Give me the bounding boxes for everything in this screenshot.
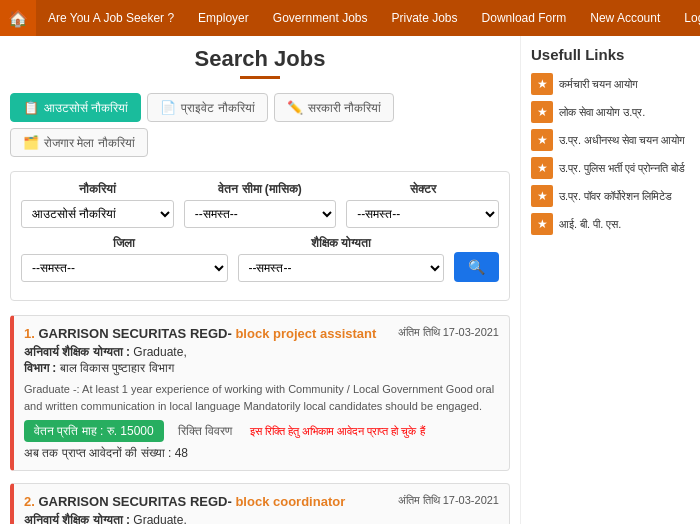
- fair-icon: 🗂️: [23, 135, 39, 150]
- sidebar-link-label-3: उ.प्र. पुलिस भर्ती एवं प्रोन्नति बोर्ड: [559, 161, 685, 175]
- sidebar-link-label-5: आई. बी. पी. एस.: [559, 217, 621, 231]
- job-2-title: 2. GARRISON SECURITAS REGD- block coordi…: [24, 494, 345, 509]
- tab-govt-label: सरकारी नौकरियां: [308, 101, 381, 115]
- job-1-role: block project assistant: [235, 326, 376, 341]
- salary-select[interactable]: --समस्त--: [184, 200, 337, 228]
- nav-download[interactable]: Download Form: [470, 0, 579, 36]
- sidebar-link-label-1: लोक सेवा आयोग उ.प्र.: [559, 105, 645, 119]
- tab-private[interactable]: 📄 प्राइवेट नौकरियां: [147, 93, 267, 122]
- sidebar: Usefull Links ★ कर्मचारी चयन आयोग ★ लोक …: [520, 36, 700, 524]
- star-icon-0: ★: [531, 73, 553, 95]
- tab-outsource-label: आउटसोर्स नौकरियां: [44, 101, 128, 115]
- form-row-2: जिला --समस्त-- शैक्षिक योग्यता --समस्त--…: [21, 236, 499, 282]
- job-1-applicants: अब तक प्राप्त आवेदनों की संख्या : 48: [24, 446, 499, 460]
- qualification-select[interactable]: --समस्त--: [238, 254, 445, 282]
- tab-outsource[interactable]: 📋 आउटसोर्स नौकरियां: [10, 93, 141, 122]
- job-1-qualification: अनिवार्य शैक्षिक योग्यता : Graduate,: [24, 345, 499, 359]
- jobs-label: नौकरियां: [21, 182, 174, 196]
- home-icon[interactable]: 🏠: [0, 0, 36, 36]
- form-col-district: जिला --समस्त--: [21, 236, 228, 282]
- nav-private-jobs[interactable]: Private Jobs: [380, 0, 470, 36]
- job-2-date: अंतिम तिथि 17-03-2021: [398, 494, 499, 509]
- qualification-label: शैक्षिक योग्यता: [238, 236, 445, 250]
- main-layout: Search Jobs 📋 आउटसोर्स नौकरियां 📄 प्राइव…: [0, 36, 700, 524]
- nav-employer[interactable]: Employer: [186, 0, 261, 36]
- job-list: 1. GARRISON SECURITAS REGD- block projec…: [10, 315, 510, 524]
- tab-private-label: प्राइवेट नौकरियां: [181, 101, 254, 115]
- page-title: Search Jobs: [10, 46, 510, 72]
- search-tabs: 📋 आउटसोर्स नौकरियां 📄 प्राइवेट नौकरियां …: [10, 93, 510, 157]
- sidebar-link-0[interactable]: ★ कर्मचारी चयन आयोग: [531, 73, 690, 95]
- jobs-select[interactable]: आउटसोर्स नौकरियां: [21, 200, 174, 228]
- form-col-qualification: शैक्षिक योग्यता --समस्त--: [238, 236, 445, 282]
- job-1-header: 1. GARRISON SECURITAS REGD- block projec…: [24, 326, 499, 341]
- title-underline: [240, 76, 280, 79]
- tab-fair[interactable]: 🗂️ रोजगार मेला नौकरियां: [10, 128, 148, 157]
- star-icon-1: ★: [531, 101, 553, 123]
- outsource-icon: 📋: [23, 100, 39, 115]
- job-card-2: 2. GARRISON SECURITAS REGD- block coordi…: [10, 483, 510, 524]
- nav-login[interactable]: Log In: [672, 0, 700, 36]
- form-col-sector: सेक्टर --समस्त--: [346, 182, 499, 228]
- nav-items: Are You A Job Seeker ? Employer Governme…: [36, 0, 700, 36]
- job-2-header: 2. GARRISON SECURITAS REGD- block coordi…: [24, 494, 499, 509]
- job-1-footer: वेतन प्रति माह : रु. 15000 रिक्ति विवरण …: [24, 420, 499, 442]
- sector-select[interactable]: --समस्त--: [346, 200, 499, 228]
- sidebar-link-1[interactable]: ★ लोक सेवा आयोग उ.प्र.: [531, 101, 690, 123]
- job-card-1: 1. GARRISON SECURITAS REGD- block projec…: [10, 315, 510, 471]
- job-1-salary: वेतन प्रति माह : रु. 15000: [24, 420, 164, 442]
- sidebar-link-label-4: उ.प्र. पॉवर कॉर्पोरेशन लिमिटेड: [559, 189, 672, 203]
- sidebar-link-3[interactable]: ★ उ.प्र. पुलिस भर्ती एवं प्रोन्नति बोर्ड: [531, 157, 690, 179]
- job-1-date: अंतिम तिथि 17-03-2021: [398, 326, 499, 341]
- nav-new-account[interactable]: New Account: [578, 0, 672, 36]
- sector-label: सेक्टर: [346, 182, 499, 196]
- district-select[interactable]: --समस्त--: [21, 254, 228, 282]
- form-col-jobs: नौकरियां आउटसोर्स नौकरियां: [21, 182, 174, 228]
- job-1-description: Graduate -: At least 1 year experience o…: [24, 381, 499, 414]
- job-2-role: block coordinator: [235, 494, 345, 509]
- nav-job-seeker[interactable]: Are You A Job Seeker ?: [36, 0, 186, 36]
- district-label: जिला: [21, 236, 228, 250]
- job-1-number: 1.: [24, 326, 35, 341]
- tab-govt[interactable]: ✏️ सरकारी नौकरियां: [274, 93, 394, 122]
- salary-label: वेतन सीमा (मासिक): [184, 182, 337, 196]
- sidebar-link-label-2: उ.प्र. अधीनस्थ सेवा चयन आयोग: [559, 133, 685, 147]
- content-area: Search Jobs 📋 आउटसोर्स नौकरियां 📄 प्राइव…: [0, 36, 520, 524]
- job-1-vacancy-link[interactable]: रिक्ति विवरण: [178, 424, 232, 438]
- form-col-salary: वेतन सीमा (मासिक) --समस्त--: [184, 182, 337, 228]
- star-icon-5: ★: [531, 213, 553, 235]
- sidebar-link-label-0: कर्मचारी चयन आयोग: [559, 77, 638, 91]
- star-icon-4: ★: [531, 185, 553, 207]
- job-2-number: 2.: [24, 494, 35, 509]
- sidebar-link-2[interactable]: ★ उ.प्र. अधीनस्थ सेवा चयन आयोग: [531, 129, 690, 151]
- job-2-qualification: अनिवार्य शैक्षिक योग्यता : Graduate,: [24, 513, 499, 524]
- job-1-company: GARRISON SECURITAS REGD-: [38, 326, 231, 341]
- star-icon-3: ★: [531, 157, 553, 179]
- sidebar-link-5[interactable]: ★ आई. बी. पी. एस.: [531, 213, 690, 235]
- nav-bar: 🏠 Are You A Job Seeker ? Employer Govern…: [0, 0, 700, 36]
- form-row-1: नौकरियां आउटसोर्स नौकरियां वेतन सीमा (मा…: [21, 182, 499, 228]
- job-1-dept: विभाग : बाल विकास पुष्टाहार विभाग: [24, 361, 499, 375]
- search-button[interactable]: 🔍: [454, 252, 499, 282]
- job-1-apply-link[interactable]: इस रिक्ति हेतु अभिकाम आवेदन प्राप्त हो च…: [250, 425, 424, 438]
- nav-govt-jobs[interactable]: Government Jobs: [261, 0, 380, 36]
- sidebar-title: Usefull Links: [531, 46, 690, 63]
- tab-fair-label: रोजगार मेला नौकरियां: [44, 136, 135, 150]
- search-form: नौकरियां आउटसोर्स नौकरियां वेतन सीमा (मा…: [10, 171, 510, 301]
- sidebar-link-4[interactable]: ★ उ.प्र. पॉवर कॉर्पोरेशन लिमिटेड: [531, 185, 690, 207]
- govt-icon: ✏️: [287, 100, 303, 115]
- private-icon: 📄: [160, 100, 176, 115]
- job-2-company: GARRISON SECURITAS REGD-: [38, 494, 231, 509]
- star-icon-2: ★: [531, 129, 553, 151]
- job-1-title: 1. GARRISON SECURITAS REGD- block projec…: [24, 326, 376, 341]
